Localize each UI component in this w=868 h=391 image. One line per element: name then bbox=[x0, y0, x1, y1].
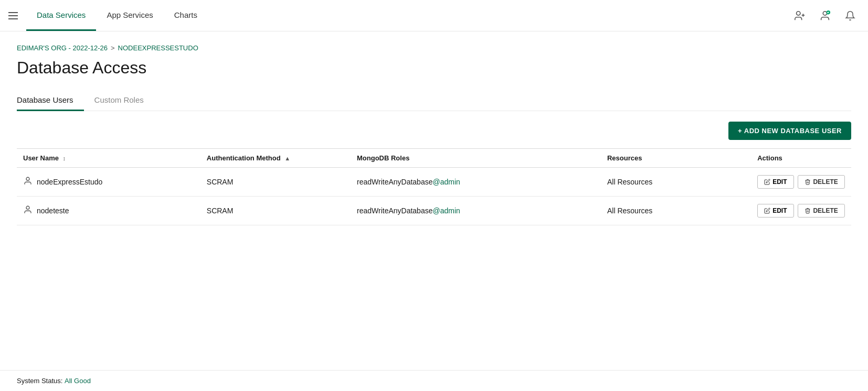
tab-custom-roles[interactable]: Custom Roles bbox=[94, 90, 154, 111]
user-icon[interactable] bbox=[816, 6, 834, 25]
col-header-roles: MongoDB Roles bbox=[351, 149, 601, 168]
edit-button-1[interactable]: EDIT bbox=[757, 175, 793, 189]
delete-button-1[interactable]: DELETE bbox=[798, 175, 844, 189]
breadcrumb-org[interactable]: EDIMAR'S ORG - 2022-12-26 bbox=[17, 44, 108, 52]
col-header-auth[interactable]: Authentication Method ▲ bbox=[200, 149, 351, 168]
table-row: nodeteste SCRAM readWriteAnyDatabase@adm… bbox=[17, 197, 851, 225]
delete-button-2[interactable]: DELETE bbox=[798, 204, 844, 218]
sub-tabs: Database Users Custom Roles bbox=[17, 90, 851, 111]
cell-roles-2: readWriteAnyDatabase@admin bbox=[351, 197, 601, 225]
user-avatar-icon-2 bbox=[23, 205, 33, 216]
svg-point-0 bbox=[797, 11, 800, 15]
cell-username-2: nodeteste bbox=[17, 197, 200, 225]
breadcrumb: EDIMAR'S ORG - 2022-12-26 > NODEEXPRESSE… bbox=[17, 44, 851, 52]
col-header-resources: Resources bbox=[601, 149, 751, 168]
menu-icon[interactable] bbox=[8, 12, 18, 19]
add-database-user-button[interactable]: + ADD NEW DATABASE USER bbox=[728, 122, 851, 140]
col-header-username[interactable]: User Name ↕ bbox=[17, 149, 200, 168]
username-1: nodeExpressEstudo bbox=[37, 178, 102, 186]
tab-database-users[interactable]: Database Users bbox=[17, 90, 84, 111]
action-bar: + ADD NEW DATABASE USER bbox=[17, 122, 851, 140]
cell-auth-2: SCRAM bbox=[200, 197, 351, 225]
nav-tabs: Data Services App Services Charts bbox=[26, 0, 208, 31]
cell-auth-1: SCRAM bbox=[200, 168, 351, 197]
cell-actions-1: EDIT DELETE bbox=[751, 168, 851, 197]
username-sort-icon: ↕ bbox=[63, 155, 66, 161]
cell-username-1: nodeExpressEstudo bbox=[17, 168, 200, 197]
svg-point-3 bbox=[823, 11, 827, 15]
page-title: Database Access bbox=[17, 58, 851, 78]
tab-data-services[interactable]: Data Services bbox=[26, 0, 96, 31]
breadcrumb-separator: > bbox=[111, 44, 115, 52]
table-header-row: User Name ↕ Authentication Method ▲ Mong… bbox=[17, 149, 851, 168]
table-row: nodeExpressEstudo SCRAM readWriteAnyData… bbox=[17, 168, 851, 197]
cell-resources-2: All Resources bbox=[601, 197, 751, 225]
invite-user-icon[interactable] bbox=[790, 6, 809, 25]
col-header-actions: Actions bbox=[751, 149, 851, 168]
bell-icon[interactable] bbox=[841, 6, 860, 25]
main-content: EDIMAR'S ORG - 2022-12-26 > NODEEXPRESSE… bbox=[0, 31, 868, 238]
top-nav: Data Services App Services Charts bbox=[0, 0, 868, 31]
cell-roles-1: readWriteAnyDatabase@admin bbox=[351, 168, 601, 197]
tab-charts[interactable]: Charts bbox=[164, 0, 208, 31]
svg-point-5 bbox=[26, 177, 29, 180]
auth-sort-icon: ▲ bbox=[284, 155, 290, 161]
breadcrumb-project[interactable]: NODEEXPRESSESTUDO bbox=[118, 44, 198, 52]
database-users-table: User Name ↕ Authentication Method ▲ Mong… bbox=[17, 148, 851, 225]
svg-point-6 bbox=[26, 206, 29, 209]
cell-actions-2: EDIT DELETE bbox=[751, 197, 851, 225]
user-avatar-icon-1 bbox=[23, 176, 33, 188]
tab-app-services[interactable]: App Services bbox=[96, 0, 163, 31]
username-2: nodeteste bbox=[37, 207, 69, 215]
cell-resources-1: All Resources bbox=[601, 168, 751, 197]
edit-button-2[interactable]: EDIT bbox=[757, 204, 793, 218]
nav-right-icons bbox=[790, 6, 860, 25]
